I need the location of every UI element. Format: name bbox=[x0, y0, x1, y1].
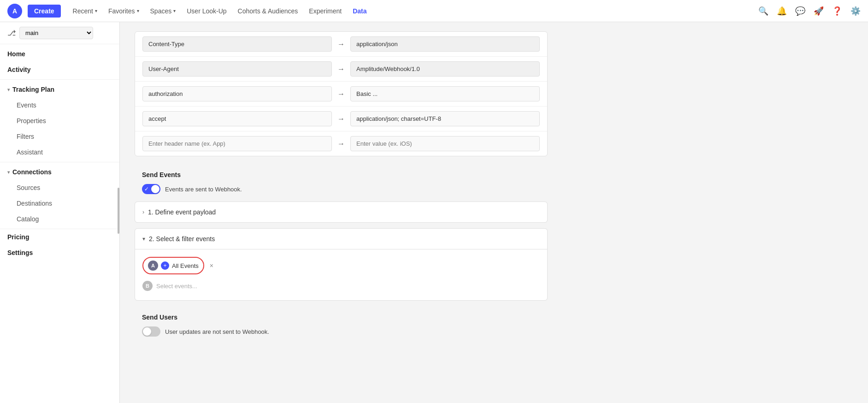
sidebar-section-main: Home Activity ▾ Tracking Plan Events Pro… bbox=[0, 44, 119, 229]
logo[interactable]: A bbox=[7, 4, 22, 18]
create-button[interactable]: Create bbox=[28, 5, 61, 18]
header-key-user-agent[interactable] bbox=[142, 61, 332, 77]
toggle-check-icon: ✓ bbox=[144, 186, 149, 192]
header-row-user-agent: → bbox=[135, 57, 547, 82]
settings-icon[interactable]: ⚙️ bbox=[850, 6, 861, 16]
sidebar-item-destinations[interactable]: Destinations bbox=[0, 196, 119, 211]
event-tag-plus-icon: + bbox=[161, 261, 169, 270]
chevron-right-icon: › bbox=[142, 209, 144, 215]
header-row-new: → bbox=[135, 131, 547, 156]
nav-item-favorites[interactable]: Favorites▾ bbox=[104, 5, 144, 18]
remove-all-events-button[interactable]: × bbox=[210, 262, 213, 269]
send-users-label: Send Users bbox=[135, 306, 548, 325]
header-key-accept[interactable] bbox=[142, 111, 332, 126]
sidebar-item-catalog[interactable]: Catalog bbox=[0, 211, 119, 227]
branch-selector[interactable]: main bbox=[19, 27, 93, 39]
send-users-section: Send Users User updates are not sent to … bbox=[135, 306, 548, 344]
arrow-icon-3: → bbox=[337, 90, 345, 98]
header-value-content-type[interactable] bbox=[350, 36, 540, 52]
arrow-icon-1: → bbox=[337, 40, 345, 48]
arrow-icon-4: → bbox=[337, 115, 345, 123]
sidebar-item-settings[interactable]: Settings bbox=[0, 245, 119, 261]
main-content: → → → → bbox=[120, 22, 868, 403]
header-value-accept[interactable] bbox=[350, 111, 540, 126]
help-icon[interactable]: ❓ bbox=[832, 6, 842, 16]
headers-card: → → → → bbox=[135, 31, 548, 156]
nav-item-spaces[interactable]: Spaces▾ bbox=[146, 5, 181, 18]
header-row-accept: → bbox=[135, 107, 547, 131]
select-filter-section: ▾ 2. Select & filter events A + All Even… bbox=[135, 228, 548, 301]
header-value-user-agent[interactable] bbox=[350, 61, 540, 77]
sidebar-bottom: Pricing Settings bbox=[0, 229, 119, 261]
arrow-icon-5: → bbox=[337, 140, 345, 148]
header-row-content-type: → bbox=[135, 32, 547, 57]
nav-item-userlookup[interactable]: User Look-Up bbox=[182, 5, 231, 18]
event-tag-row: A + All Events × bbox=[142, 257, 540, 274]
sidebar-item-tracking-plan[interactable]: ▾ Tracking Plan bbox=[0, 82, 119, 97]
sidebar-item-sources[interactable]: Sources bbox=[0, 180, 119, 196]
branch-icon: ⎇ bbox=[7, 29, 16, 37]
rocket-icon[interactable]: 🚀 bbox=[814, 6, 824, 16]
header-key-new[interactable] bbox=[142, 136, 332, 151]
define-payload-header[interactable]: › 1. Define event payload bbox=[135, 202, 547, 222]
event-select-placeholder[interactable]: Select events... bbox=[156, 283, 197, 290]
send-events-label: Send Events bbox=[135, 164, 548, 182]
topnav: A Create Recent▾ Favorites▾ Spaces▾ User… bbox=[0, 0, 868, 22]
main-inner: → → → → bbox=[120, 22, 562, 353]
nav-item-recent[interactable]: Recent▾ bbox=[68, 5, 102, 18]
sidebar-branch: ⎇ main bbox=[0, 22, 119, 44]
send-events-toggle-label: Events are sent to Webhook. bbox=[165, 186, 242, 193]
divider-1 bbox=[0, 79, 119, 80]
chat-icon[interactable]: 💬 bbox=[795, 6, 805, 16]
sidebar-item-properties[interactable]: Properties bbox=[0, 113, 119, 129]
nav-item-cohorts[interactable]: Cohorts & Audiences bbox=[233, 5, 303, 18]
send-users-toggle[interactable] bbox=[142, 326, 160, 337]
bell-icon[interactable]: 🔔 bbox=[777, 6, 787, 16]
header-row-authorization: → bbox=[135, 82, 547, 107]
event-tag-avatar: A bbox=[148, 261, 158, 271]
scrollbar-thumb[interactable] bbox=[118, 188, 119, 234]
toggle-knob-users bbox=[143, 327, 151, 336]
define-payload-section: › 1. Define event payload bbox=[135, 202, 548, 223]
all-events-tag[interactable]: A + All Events bbox=[142, 257, 204, 274]
select-filter-header[interactable]: ▾ 2. Select & filter events bbox=[135, 229, 547, 249]
event-select-avatar: B bbox=[142, 281, 153, 291]
send-events-section: Send Events ✓ Events are sent to Webhook… bbox=[135, 164, 548, 301]
toggle-knob bbox=[151, 185, 159, 193]
toggle-row-events: ✓ Events are sent to Webhook. bbox=[135, 182, 548, 202]
header-value-new[interactable] bbox=[350, 136, 540, 151]
sidebar-item-assistant[interactable]: Assistant bbox=[0, 144, 119, 160]
select-filter-content: A + All Events × B Sele bbox=[135, 249, 547, 300]
sidebar-item-filters[interactable]: Filters bbox=[0, 129, 119, 144]
nav-item-data[interactable]: Data bbox=[348, 5, 371, 18]
sidebar-item-connections[interactable]: ▾ Connections bbox=[0, 164, 119, 180]
divider-2 bbox=[0, 162, 119, 162]
arrow-icon-2: → bbox=[337, 65, 345, 73]
search-icon[interactable]: 🔍 bbox=[758, 6, 768, 16]
sidebar-item-home[interactable]: Home bbox=[0, 46, 119, 62]
header-key-content-type[interactable] bbox=[142, 36, 332, 52]
sidebar: ⎇ main Home Activity ▾ Tracking Plan bbox=[0, 22, 120, 403]
header-key-authorization[interactable] bbox=[142, 86, 332, 101]
toggle-row-users: User updates are not sent to Webhook. bbox=[135, 325, 548, 344]
sidebar-item-events[interactable]: Events bbox=[0, 97, 119, 113]
send-events-toggle[interactable]: ✓ bbox=[142, 184, 160, 194]
sidebar-item-activity[interactable]: Activity bbox=[0, 62, 119, 77]
send-users-toggle-label: User updates are not sent to Webhook. bbox=[165, 328, 269, 335]
event-select-row: B Select events... bbox=[142, 279, 540, 293]
nav-item-experiment[interactable]: Experiment bbox=[304, 5, 346, 18]
sidebar-item-pricing[interactable]: Pricing bbox=[0, 229, 119, 245]
header-value-authorization[interactable] bbox=[350, 86, 540, 101]
topnav-icons: 🔍 🔔 💬 🚀 ❓ ⚙️ bbox=[758, 6, 861, 16]
chevron-down-icon: ▾ bbox=[142, 236, 145, 242]
sidebar-scroll-area: Home Activity ▾ Tracking Plan Events Pro… bbox=[0, 44, 119, 403]
